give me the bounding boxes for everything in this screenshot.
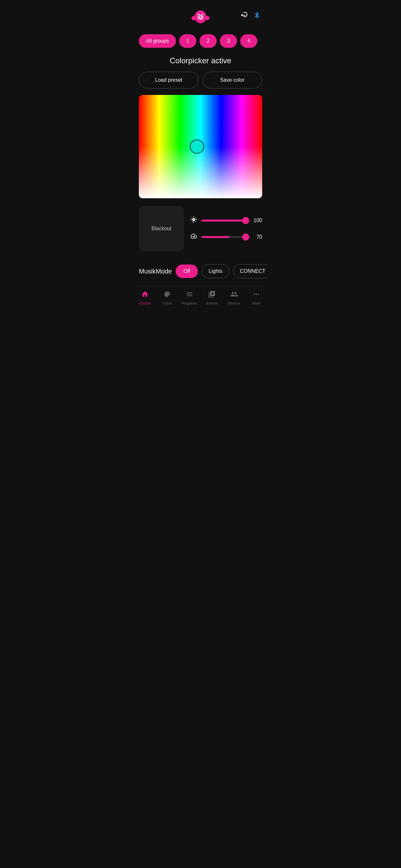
brightness-value: 100 <box>251 218 262 223</box>
group-3-btn[interactable]: 3 <box>220 34 237 48</box>
speed-fill <box>202 236 229 238</box>
nav-control-label: Control <box>139 301 150 305</box>
svg-point-9 <box>199 17 202 18</box>
controls-section: Blackout 100 <box>134 198 267 259</box>
group-1-btn[interactable]: 1 <box>179 34 196 48</box>
svg-point-1 <box>191 16 197 20</box>
nav-scenes[interactable]: Scenes <box>201 290 223 305</box>
brightness-thumb[interactable] <box>242 217 249 224</box>
speed-thumb[interactable] <box>242 234 249 241</box>
brightness-track[interactable] <box>202 220 248 221</box>
speed-track[interactable] <box>202 236 248 238</box>
speed-slider-row: 70 <box>189 232 262 241</box>
speed-icon <box>189 232 198 241</box>
color-picker[interactable] <box>139 95 262 198</box>
speed-value: 70 <box>251 234 262 240</box>
svg-point-2 <box>204 16 210 20</box>
nav-programs[interactable]: Programs <box>178 290 201 305</box>
musik-lights-button[interactable]: Lights <box>202 264 229 278</box>
groups-row: All groups 1 2 3 4 <box>134 29 267 53</box>
header <box>134 0 267 29</box>
brightness-fill <box>202 220 243 221</box>
header-actions <box>240 11 261 21</box>
load-preset-button[interactable]: Load preset <box>139 72 198 89</box>
nav-scenes-label: Scenes <box>206 301 218 305</box>
group-4-btn[interactable]: 4 <box>240 34 257 48</box>
nav-more[interactable]: More <box>245 290 267 305</box>
musik-off-button[interactable]: Off <box>176 265 198 278</box>
nav-colors[interactable]: Colors <box>156 290 178 305</box>
group-2-btn[interactable]: 2 <box>199 34 217 48</box>
brightness-slider-row: 100 <box>189 216 262 225</box>
devices-icon <box>230 290 238 300</box>
app-logo <box>191 6 210 26</box>
musik-mode-label: MusikMode <box>139 268 172 275</box>
nav-colors-label: Colors <box>162 301 173 305</box>
login-icon[interactable] <box>240 11 248 21</box>
musik-connect-button[interactable]: CONNECT <box>233 264 267 278</box>
blackout-box[interactable]: Blackout <box>139 206 184 251</box>
bluetooth-icon[interactable] <box>253 11 261 21</box>
svg-point-7 <box>198 15 199 16</box>
nav-devices-label: Devices <box>227 301 240 305</box>
color-picker-selector[interactable] <box>190 140 204 154</box>
home-icon <box>141 290 149 300</box>
more-icon <box>252 290 260 300</box>
nav-devices[interactable]: Devices <box>223 290 245 305</box>
action-buttons: Load preset Save color <box>134 72 267 95</box>
scenes-icon <box>208 290 216 300</box>
group-all-btn[interactable]: All groups <box>139 34 176 48</box>
color-picker-canvas[interactable] <box>139 95 262 198</box>
palette-icon <box>163 290 171 300</box>
brightness-icon <box>189 216 198 225</box>
nav-control[interactable]: Control <box>134 290 156 305</box>
nav-more-label: More <box>252 301 260 305</box>
musik-mode-bar: MusikMode Off Lights CONNECT <box>134 259 267 286</box>
save-color-button[interactable]: Save color <box>203 72 262 89</box>
blackout-label: Blackout <box>151 226 171 231</box>
sliders-section: 100 70 <box>189 206 262 251</box>
programs-icon <box>186 290 193 300</box>
nav-programs-label: Programs <box>182 301 197 305</box>
bottom-nav: Control Colors Programs Scenes <box>134 286 267 313</box>
colorpicker-title: Colorpicker active <box>134 56 267 65</box>
svg-point-8 <box>202 15 203 16</box>
